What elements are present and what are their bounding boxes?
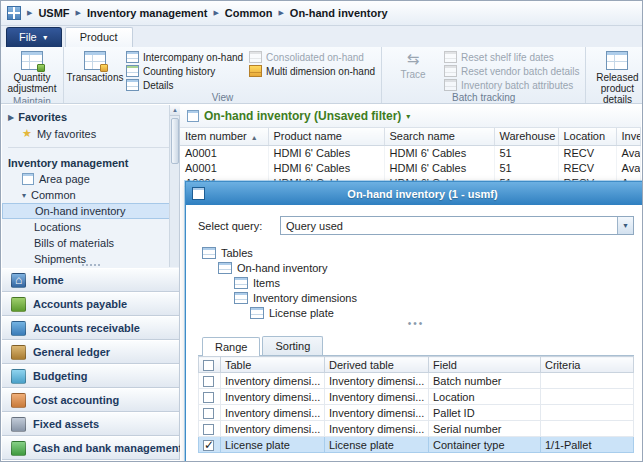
favorites-section-header[interactable]: ▶ Favorites: [2, 109, 179, 125]
col-location[interactable]: Location: [558, 128, 616, 145]
sidebar-group-common[interactable]: ▾ Common: [2, 187, 179, 203]
released-product-details-button[interactable]: Released product details: [589, 49, 642, 104]
breadcrumb-module[interactable]: Inventory management: [87, 7, 207, 19]
intercompany-onhand-icon: [126, 51, 139, 63]
nav-button-general-ledger[interactable]: General ledger: [2, 340, 179, 364]
breadcrumb-arrow-icon: ▶: [26, 9, 33, 17]
star-icon: ★: [22, 127, 32, 140]
col-warehouse[interactable]: Warehouse: [494, 128, 558, 145]
filter-dropdown-icon[interactable]: ▾: [406, 112, 410, 121]
splitter-handle[interactable]: •••: [198, 320, 634, 330]
table-icon: [250, 307, 264, 319]
row-checkbox[interactable]: [203, 440, 214, 451]
checkbox-icon[interactable]: [203, 360, 214, 371]
criteria-field[interactable]: [541, 421, 634, 437]
tree-node-items[interactable]: Items: [200, 275, 634, 290]
table-row-selected[interactable]: License plate License plate Container ty…: [199, 437, 634, 453]
home-icon: ⌂: [11, 273, 26, 288]
sidebar-item-area-page[interactable]: Area page: [2, 171, 179, 187]
col-field: Field: [429, 357, 541, 373]
chevron-down-icon[interactable]: ▼: [617, 217, 633, 234]
tree-node-inventory-dimensions[interactable]: Inventory dimensions: [200, 290, 634, 305]
address-bar: ▶ USMF ▶ Inventory management ▶ Common ▶…: [1, 1, 642, 26]
general-ledger-icon: [11, 345, 26, 360]
sidebar-item-bills-of-materials[interactable]: Bills of materials: [2, 235, 179, 251]
criteria-field[interactable]: [541, 389, 634, 405]
row-checkbox[interactable]: [203, 376, 214, 387]
col-inventory-status[interactable]: Inventory sta...: [616, 128, 641, 145]
scroll-up-icon[interactable]: ▲: [170, 105, 180, 116]
tab-sorting[interactable]: Sorting: [262, 336, 323, 355]
dialog-tabs: Range Sorting: [198, 336, 634, 356]
details-button[interactable]: Details: [123, 78, 246, 92]
trace-button: ⇆ Trace: [385, 49, 441, 82]
breadcrumb-page[interactable]: On-hand inventory: [290, 7, 388, 19]
col-search-name[interactable]: Search name: [384, 128, 494, 145]
nav-button-cost-accounting[interactable]: Cost accounting: [2, 388, 179, 412]
reset-vendor-batch-icon: [444, 65, 457, 77]
budgeting-icon: [11, 369, 26, 384]
table-row[interactable]: Inventory dimensi... Inventory dimensi..…: [199, 421, 634, 437]
tab-product[interactable]: Product: [65, 27, 133, 47]
intercompany-onhand-button[interactable]: Intercompany on-hand: [123, 50, 246, 64]
table-row[interactable]: Inventory dimensi... Inventory dimensi..…: [199, 405, 634, 421]
chevron-icon: ▶: [8, 113, 14, 122]
nav-button-budgeting[interactable]: Budgeting: [2, 364, 179, 388]
transactions-button[interactable]: Transactions: [67, 49, 123, 85]
app-window: ▶ USMF ▶ Inventory management ▶ Common ▶…: [0, 0, 643, 462]
criteria-field[interactable]: [541, 373, 634, 389]
sidebar-item-locations[interactable]: Locations: [2, 219, 179, 235]
cash-bank-icon: [11, 441, 26, 456]
criteria-field[interactable]: [541, 405, 634, 421]
accounts-receivable-icon: [11, 321, 26, 336]
breadcrumb-company[interactable]: USMF: [38, 7, 69, 19]
group-label-view: View: [67, 92, 378, 103]
ribbon-tab-bar: File ▼ Product: [1, 26, 642, 47]
page-icon: [22, 173, 34, 185]
range-grid: Table Derived table Field Criteria Inven…: [198, 356, 634, 453]
table-row[interactable]: Inventory dimensi... Inventory dimensi..…: [199, 373, 634, 389]
table-icon: [218, 262, 232, 274]
nav-button-accounts-payable[interactable]: Accounts payable: [2, 292, 179, 316]
list-page-title[interactable]: On-hand inventory (Unsaved filter): [204, 109, 401, 123]
chevron-down-icon: ▾: [22, 191, 26, 200]
accounts-payable-icon: [11, 297, 26, 312]
breadcrumb-arrow-icon: ▶: [212, 9, 219, 17]
col-select: [199, 357, 221, 373]
chevron-down-icon: ▼: [42, 34, 49, 41]
sidebar-item-on-hand-inventory[interactable]: On-hand inventory: [2, 203, 179, 219]
grid-header-row: Item number▲ Product name Search name Wa…: [180, 128, 641, 145]
sidebar-item-my-favorites[interactable]: ★ My favorites: [2, 125, 179, 142]
range-grid-header: Table Derived table Field Criteria: [199, 357, 634, 373]
inventory-batch-attributes-icon: [444, 79, 457, 91]
module-button-stack: ⌂ Home Accounts payable Accounts receiva…: [2, 262, 179, 460]
nav-button-cash-and-bank[interactable]: Cash and bank management: [2, 436, 179, 460]
nav-button-fixed-assets[interactable]: Fixed assets: [2, 412, 179, 436]
row-checkbox[interactable]: [203, 392, 214, 403]
dialog-title-bar[interactable]: On-hand inventory (1 - usmf): [186, 182, 643, 205]
scrollbar-thumb[interactable]: [171, 118, 179, 164]
nav-button-home[interactable]: ⌂ Home: [2, 268, 179, 292]
table-row[interactable]: Inventory dimensi... Inventory dimensi..…: [199, 389, 634, 405]
table-row[interactable]: A0001HDMI 6' CablesHDMI 6' Cables51RECVA…: [180, 145, 641, 160]
counting-history-button[interactable]: Counting history: [123, 64, 246, 78]
sidebar-scrollbar[interactable]: ▲: [169, 105, 179, 267]
tree-node-onhand-inventory[interactable]: On-hand inventory: [200, 260, 634, 275]
nav-button-accounts-receivable[interactable]: Accounts receivable: [2, 316, 179, 340]
col-item-number[interactable]: Item number▲: [180, 128, 268, 145]
row-checkbox[interactable]: [203, 408, 214, 419]
tab-range[interactable]: Range: [202, 337, 260, 356]
quantity-adjustment-button[interactable]: Quantity adjustment: [4, 49, 60, 96]
table-row[interactable]: A0001HDMI 6' CablesHDMI 6' Cables51RECVA…: [180, 160, 641, 175]
select-query-value: Query used: [281, 220, 617, 232]
multi-dimension-onhand-button[interactable]: Multi dimension on-hand: [246, 64, 378, 78]
table-icon: [234, 292, 248, 304]
select-query-combobox[interactable]: Query used ▼: [280, 216, 634, 235]
criteria-field[interactable]: 1/1-Pallet: [541, 437, 634, 453]
row-checkbox[interactable]: [203, 424, 214, 435]
tree-node-tables[interactable]: Tables: [200, 245, 634, 260]
file-menu-button[interactable]: File ▼: [6, 27, 62, 47]
breadcrumb-area[interactable]: Common: [225, 7, 273, 19]
col-product-name[interactable]: Product name: [268, 128, 384, 145]
col-table: Table: [221, 357, 325, 373]
